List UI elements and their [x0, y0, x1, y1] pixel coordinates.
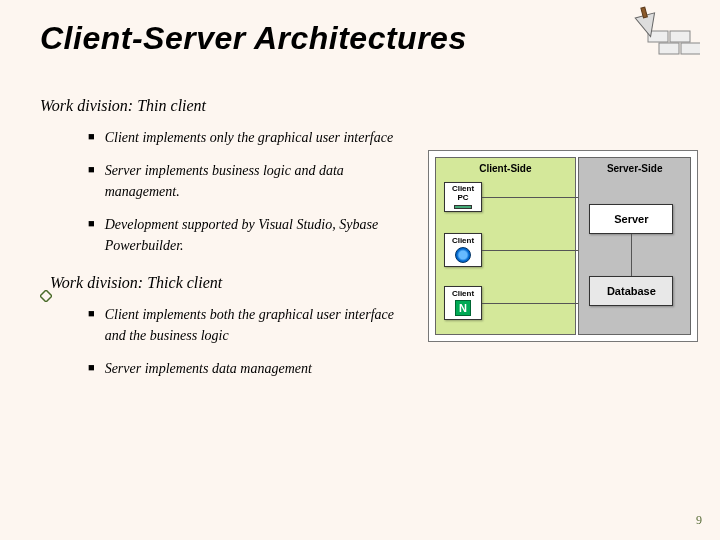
server-side-label: Server-Side	[579, 163, 690, 174]
connector-line	[482, 197, 578, 198]
section2-bullets: ■ Client implements both the graphical u…	[40, 304, 400, 379]
square-bullet-icon: ■	[88, 160, 95, 178]
list-item: ■ Server implements business logic and d…	[88, 160, 400, 202]
bullet-text: Server implements business logic and dat…	[105, 160, 400, 202]
connector-line	[631, 234, 632, 276]
bullet-text: Client implements both the graphical use…	[105, 304, 400, 346]
slide-title: Client-Server Architectures	[0, 0, 720, 57]
section2-heading-row: Work division: Thick client	[40, 274, 400, 292]
svg-rect-1	[670, 31, 690, 42]
connector-line	[482, 250, 578, 251]
square-bullet-icon: ■	[88, 127, 95, 145]
bricks-trowel-icon	[620, 5, 700, 65]
section1-bullets: ■ Client implements only the graphical u…	[40, 127, 400, 256]
diagram-client-pc-box: Client PC	[444, 182, 482, 212]
svg-marker-6	[40, 290, 52, 302]
square-bullet-icon: ■	[88, 214, 95, 232]
list-item: ■ Client implements only the graphical u…	[88, 127, 400, 148]
list-item: ■ Server implements data management	[88, 358, 400, 379]
pc-screen-icon	[454, 205, 472, 209]
diagram-server-box: Server	[589, 204, 673, 234]
connector-line	[482, 303, 578, 304]
svg-rect-2	[659, 43, 679, 54]
square-bullet-icon: ■	[88, 304, 95, 322]
diagram-netscape-client-box: Client N	[444, 286, 482, 320]
netscape-icon: N	[455, 300, 471, 316]
svg-rect-3	[681, 43, 700, 54]
list-item: ■ Development supported by Visual Studio…	[88, 214, 400, 256]
diagram-client-side: Client-Side Client PC Client Client N	[435, 157, 576, 335]
section1-heading: Work division: Thin client	[40, 97, 400, 115]
page-number: 9	[696, 513, 702, 528]
client-side-label: Client-Side	[436, 163, 575, 174]
section2-heading: Work division: Thick client	[50, 274, 222, 292]
diagram-server-side: Server-Side Server Database	[578, 157, 691, 335]
diagram-database-box: Database	[589, 276, 673, 306]
ie-icon	[455, 247, 471, 263]
bullet-text: Server implements data management	[105, 358, 312, 379]
diagram-ie-client-box: Client	[444, 233, 482, 267]
bullet-text: Development supported by Visual Studio, …	[105, 214, 400, 256]
slide-body: Work division: Thin client ■ Client impl…	[0, 57, 400, 379]
square-bullet-icon: ■	[88, 358, 95, 376]
bullet-text: Client implements only the graphical use…	[105, 127, 394, 148]
architecture-diagram: Client-Side Client PC Client Client N Se…	[428, 150, 698, 342]
list-item: ■ Client implements both the graphical u…	[88, 304, 400, 346]
